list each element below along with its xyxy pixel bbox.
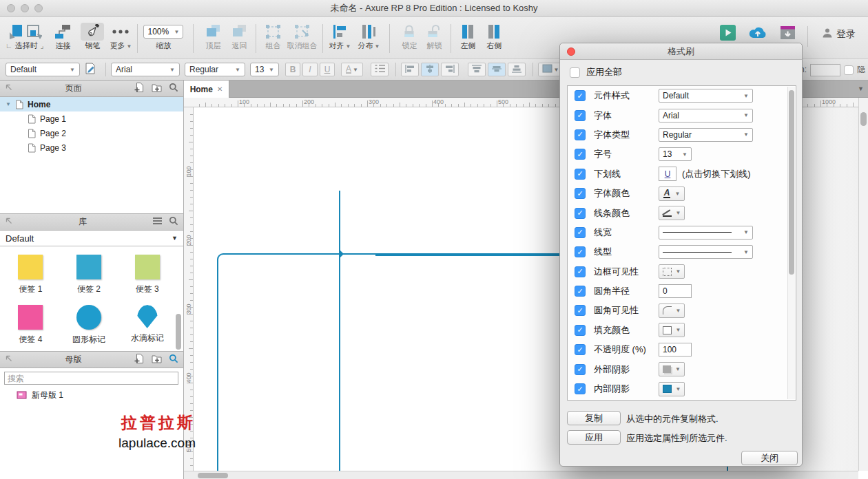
format-option-select[interactable]: 13▼ [659,147,692,161]
pen-button[interactable]: 钢笔 [81,23,104,51]
library-widget[interactable]: 圆形标记 [60,305,118,345]
preview-play-icon[interactable] [720,25,736,43]
italic-button[interactable]: I [302,63,318,76]
format-option-checkbox[interactable]: ✓ [575,110,586,121]
scrollbar-thumb[interactable] [198,473,228,478]
font-size-select[interactable]: 13▼ [250,63,279,76]
line-style-select[interactable]: ▼ [659,226,753,240]
library-widget[interactable]: 便签 2 [60,255,118,295]
close-tab-icon[interactable]: ✕ [217,85,223,93]
zoom-select[interactable]: 100%▼ [143,25,183,39]
canvas-vertical-line[interactable] [339,191,340,471]
format-option-checkbox[interactable]: ✓ [575,286,586,297]
line-style-select[interactable]: ▼ [659,245,753,259]
download-update-icon[interactable] [780,25,796,43]
library-select[interactable]: Default▼ [0,231,183,246]
tab-home[interactable]: Home ✕ [184,81,229,98]
copy-format-button[interactable]: 复制 [567,411,621,425]
add-page-icon[interactable] [134,82,145,95]
format-option-checkbox[interactable]: ✓ [575,169,586,180]
lock-button[interactable]: 锁定 [398,23,420,51]
hidden-checkbox[interactable] [844,65,854,75]
format-option-checkbox[interactable]: ✓ [575,383,586,394]
collapse-panel-icon[interactable] [5,217,13,227]
add-master-icon[interactable] [134,353,145,366]
font-weight-select[interactable]: Regular▼ [185,63,245,76]
outer-shadow-icon-button[interactable]: ▼ [659,362,685,376]
format-option-select[interactable]: Regular▼ [659,128,753,142]
valign-top-button[interactable] [468,63,486,76]
align-right-side-button[interactable]: 右侧 [483,23,505,51]
cloud-upload-icon[interactable] [748,25,767,41]
border-visibility-icon-button[interactable]: ▼ [659,264,685,279]
page-tree-item[interactable]: Page 2 [0,126,183,140]
underline-button[interactable]: U [320,63,335,76]
format-option-checkbox[interactable]: ✓ [575,246,586,257]
library-widget[interactable]: 便签 4 [1,305,60,345]
format-option-checkbox[interactable]: ✓ [575,90,586,101]
search-masters-icon[interactable] [169,354,178,365]
underline-toggle-button[interactable]: U [659,167,676,181]
format-option-checkbox[interactable]: ✓ [575,227,586,238]
search-library-icon[interactable] [169,216,178,228]
connect-button[interactable]: 连接 [52,23,74,51]
align-text-right-button[interactable] [441,63,459,76]
ungroup-button[interactable]: 取消组合 [287,23,317,51]
page-tree-item[interactable]: ▼Home [0,97,183,111]
dialog-scrollbar[interactable] [787,87,795,399]
select-contain-icon[interactable] [25,23,42,40]
distribute-button[interactable]: 分布▼ [358,23,380,51]
format-option-select[interactable]: Arial▼ [659,109,753,123]
page-tree-item[interactable]: Page 1 [0,111,183,126]
format-option-checkbox[interactable]: ✓ [575,188,586,199]
tab-overflow-icon[interactable]: ▼ [858,85,864,92]
zoom-control[interactable]: 100%▼ 缩放 [143,23,183,51]
align-text-left-button[interactable] [401,63,419,76]
format-option-checkbox[interactable]: ✓ [575,208,586,219]
format-option-checkbox[interactable]: ✓ [575,344,586,355]
inner-shadow-icon-button[interactable]: ▼ [659,382,685,396]
bold-button[interactable]: B [285,63,300,76]
add-folder-icon[interactable] [151,82,163,95]
login-button[interactable]: 登录 [822,28,856,41]
format-option-checkbox[interactable]: ✓ [575,129,586,140]
edit-style-icon[interactable] [84,62,96,77]
library-widget[interactable]: 水滴标记 [118,305,176,345]
add-master-folder-icon[interactable] [151,353,163,366]
valign-middle-button[interactable] [488,63,506,76]
format-option-checkbox[interactable]: ✓ [575,266,586,277]
tree-caret-icon[interactable]: ▼ [6,101,12,107]
format-option-select[interactable]: Default▼ [659,89,753,103]
font-color-button[interactable]: A▼ [341,63,363,76]
unlock-button[interactable]: 解锁 [423,23,445,51]
font-family-select[interactable]: Arial▼ [111,63,180,76]
canvas-horizontal-scrollbar[interactable] [184,471,858,479]
search-pages-icon[interactable] [169,83,178,94]
bring-to-front-button[interactable]: 顶层 [202,23,224,51]
format-option-input[interactable]: 0 [659,284,692,298]
collapse-panel-icon[interactable] [5,83,13,94]
height-input[interactable] [810,64,840,76]
library-menu-icon[interactable] [152,217,163,227]
scrollbar-thumb[interactable] [860,112,867,126]
selection-mode-buttons[interactable]: ∟选择时⌟ [6,23,43,51]
format-option-checkbox[interactable]: ✓ [575,305,586,316]
group-button[interactable]: 组合 [262,23,284,51]
send-back-button[interactable]: 返回 [228,23,250,51]
format-option-input[interactable]: 100 [659,343,692,356]
masters-search-input[interactable] [4,372,178,385]
bullet-list-button[interactable] [371,63,389,76]
collapse-panel-icon[interactable] [5,354,13,365]
line-color-icon-button[interactable]: ▼ [659,206,685,220]
valign-bottom-button[interactable] [508,63,526,76]
library-scrollbar[interactable] [176,314,181,350]
close-dialog-button[interactable]: 关闭 [741,451,798,465]
widget-style-select[interactable]: Default▼ [6,63,80,76]
align-left-side-button[interactable]: 左侧 [457,23,479,51]
apply-format-button[interactable]: 应用 [567,430,621,445]
library-widget[interactable]: 便签 3 [118,255,176,295]
library-widget[interactable]: 便签 1 [1,255,60,295]
format-option-checkbox[interactable]: ✓ [575,325,586,336]
select-intersect-icon[interactable] [8,23,23,40]
format-option-checkbox[interactable]: ✓ [575,364,586,375]
